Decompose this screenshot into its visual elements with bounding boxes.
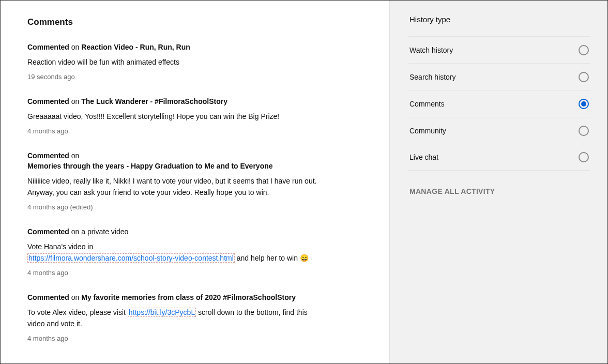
commented-label: Commented [27, 43, 69, 51]
manage-all-activity-button[interactable]: MANAGE ALL ACTIVITY [408, 187, 590, 195]
video-title-link[interactable]: Reaction Video - Run, Run, Run [81, 43, 190, 51]
commented-on-text: on [69, 97, 81, 105]
video-title-link[interactable]: My favorite memories from class of 2020 … [81, 293, 296, 301]
commented-label: Commented [27, 151, 69, 160]
comment-body: Niiiiiice video, really like it, Nikki! … [27, 175, 317, 198]
history-type-option[interactable]: Community [408, 117, 590, 144]
radio-icon[interactable] [579, 152, 589, 162]
comment-text: Greaaaaat video, Yos!!!! Excellent story… [27, 112, 279, 120]
external-link[interactable]: https://filmora.wondershare.com/school-s… [27, 253, 235, 263]
comment-item: Commented onMemories through the years -… [27, 150, 362, 211]
emoji-icon: 😄 [300, 254, 309, 262]
comment-text: Reaction video will be fun with animated… [27, 58, 179, 66]
comment-item: Commented on a private videoVote Hana's … [27, 226, 362, 277]
commented-on-text: on a private video [69, 228, 128, 236]
video-title-link[interactable]: Memories through the years - Happy Gradu… [27, 162, 273, 170]
comment-timestamp: 4 months ago (edited) [27, 203, 362, 211]
video-title-link[interactable]: The Luck Wanderer - #FilmoraSchoolStory [81, 97, 227, 105]
history-type-option[interactable]: Watch history [408, 36, 590, 63]
comment-body: Greaaaaat video, Yos!!!! Excellent story… [27, 111, 317, 122]
history-type-option-label: Search history [409, 73, 455, 81]
comment-body: Vote Hana's video in https://filmora.won… [27, 241, 317, 264]
commented-label: Commented [27, 97, 69, 105]
radio-icon[interactable] [579, 72, 589, 82]
history-type-option-label: Live chat [409, 153, 438, 161]
comment-item: Commented on The Luck Wanderer - #Filmor… [27, 96, 362, 135]
commented-label: Commented [27, 228, 69, 236]
comment-text: Vote Hana's video in [27, 242, 93, 251]
comment-header: Commented on The Luck Wanderer - #Filmor… [27, 96, 362, 107]
comment-timestamp: 4 months ago [27, 269, 362, 277]
radio-icon[interactable] [579, 45, 589, 55]
radio-icon[interactable] [579, 99, 589, 109]
comment-header: Commented on a private video [27, 226, 362, 237]
comment-text: Niiiiiice video, really like it, Nikki! … [27, 177, 316, 196]
history-type-option-label: Comments [409, 100, 445, 108]
radio-icon[interactable] [579, 126, 589, 136]
commented-label: Commented [27, 293, 69, 301]
comment-text: To vote Alex video, please visit [27, 308, 128, 316]
history-type-option[interactable]: Search history [408, 63, 590, 90]
history-type-option[interactable]: Comments [408, 90, 590, 117]
comment-body: Reaction video will be fun with animated… [27, 56, 317, 68]
comment-timestamp: 19 seconds ago [27, 73, 362, 81]
comment-header: Commented on My favorite memories from c… [27, 292, 362, 302]
comment-header: Commented onMemories through the years -… [27, 150, 362, 171]
commented-on-text: on [69, 293, 81, 301]
comment-item: Commented on My favorite memories from c… [27, 292, 362, 342]
commented-on-text: on [69, 151, 79, 160]
history-type-option[interactable]: Live chat [408, 144, 590, 171]
external-link[interactable]: https://bit.ly/3cPycbL [128, 308, 196, 317]
comment-text: and help her to win [235, 254, 300, 262]
comments-panel: Comments Commented on Reaction Video - R… [1, 1, 389, 363]
history-type-sidebar: History type Watch historySearch history… [389, 1, 607, 363]
comment-timestamp: 4 months ago [27, 127, 362, 135]
commented-on-text: on [69, 43, 81, 51]
comment-item: Commented on Reaction Video - Run, Run, … [27, 42, 362, 81]
comment-header: Commented on Reaction Video - Run, Run, … [27, 42, 362, 52]
comments-heading: Comments [27, 17, 362, 27]
history-type-option-label: Watch history [409, 46, 453, 54]
history-type-option-label: Community [409, 127, 446, 135]
history-type-heading: History type [408, 15, 590, 31]
comment-body: To vote Alex video, please visit https:/… [27, 307, 317, 329]
comment-timestamp: 4 months ago [27, 335, 362, 342]
